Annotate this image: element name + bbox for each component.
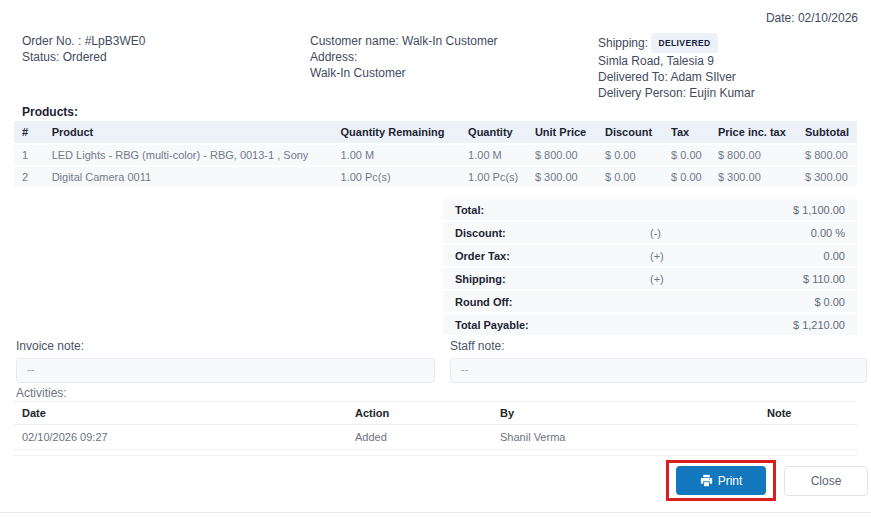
cell-index: 2 — [14, 167, 44, 187]
shipping-total-sign: (+) — [650, 273, 705, 285]
cell-price-inc-tax: $ 300.00 — [710, 167, 797, 187]
activity-by: Shanil Verma — [492, 425, 759, 450]
cell-quantity: 1.00 M — [460, 145, 527, 165]
col-subtotal: Subtotal — [797, 121, 857, 143]
invoice-note-section: Invoice note: -- — [16, 339, 435, 383]
staff-note-section: Staff note: -- — [450, 339, 867, 383]
cell-price-inc-tax: $ 800.00 — [710, 145, 797, 165]
col-product: Product — [44, 121, 333, 143]
activity-row: 02/10/2026 09:27 Added Shanil Verma — [14, 425, 857, 450]
customer-address-label: Address: — [310, 49, 598, 65]
cell-index: 1 — [14, 145, 44, 165]
shipping-label: Shipping: — [598, 36, 648, 50]
cell-tax: $ 0.00 — [663, 167, 710, 187]
col-activity-action: Action — [347, 402, 492, 425]
products-header-row: # Product Quantity Remaining Quantity Un… — [14, 121, 857, 143]
round-off-row: Round Off: $ 0.00 — [443, 291, 857, 312]
activities-section-label: Activities: — [16, 386, 67, 400]
shipping-address: Simla Road, Talesia 9 — [598, 53, 858, 69]
col-activity-date: Date — [14, 402, 347, 425]
total-payable-label: Total Payable: — [455, 319, 650, 331]
total-payable-value: $ 1,210.00 — [705, 319, 845, 331]
cell-unit-price: $ 800.00 — [527, 145, 597, 165]
col-quantity: Quantity — [460, 121, 527, 143]
shipping-row: Shipping: (+) $ 110.00 — [443, 268, 857, 289]
products-table: # Product Quantity Remaining Quantity Un… — [14, 119, 857, 189]
invoice-note-label: Invoice note: — [16, 339, 435, 353]
col-price-inc-tax: Price inc. tax — [710, 121, 797, 143]
delivered-to: Delivered To: Adam SIlver — [598, 69, 858, 85]
cell-tax: $ 0.00 — [663, 145, 710, 165]
shipping-total-label: Shipping: — [455, 273, 650, 285]
order-info-section: Order No. : #LpB3WE0 Status: Ordered Cus… — [22, 33, 858, 101]
cell-quantity: 1.00 Pc(s) — [460, 167, 527, 187]
print-button[interactable]: Print — [676, 466, 766, 495]
col-quantity-remaining: Quantity Remaining — [333, 121, 461, 143]
staff-note-field[interactable]: -- — [450, 358, 867, 383]
total-payable-row: Total Payable: $ 1,210.00 — [443, 314, 857, 335]
col-activity-by: By — [492, 402, 759, 425]
total-row: Total: $ 1,100.00 — [443, 199, 857, 220]
print-button-label: Print — [718, 474, 743, 488]
product-row: 2 Digital Camera 0011 1.00 Pc(s) 1.00 Pc… — [14, 167, 857, 187]
col-discount: Discount — [597, 121, 663, 143]
shipping-status-badge: DELIVERED — [651, 33, 717, 53]
order-status: Status: Ordered — [22, 49, 310, 65]
col-index: # — [14, 121, 44, 143]
total-label: Total: — [455, 204, 650, 216]
product-row: 1 LED Lights - RBG (multi-color) - RBG, … — [14, 145, 857, 165]
cell-product: LED Lights - RBG (multi-color) - RBG, 00… — [44, 145, 333, 165]
delivery-person: Delivery Person: Eujin Kumar — [598, 85, 858, 101]
cell-discount: $ 0.00 — [597, 145, 663, 165]
order-details-modal: Date: 02/10/2026 Order No. : #LpB3WE0 St… — [0, 0, 871, 517]
order-number: Order No. : #LpB3WE0 — [22, 33, 310, 49]
cell-product: Digital Camera 0011 — [44, 167, 333, 187]
discount-sign: (-) — [650, 227, 705, 239]
invoice-note-field[interactable]: -- — [16, 358, 435, 383]
discount-row: Discount: (-) 0.00 % — [443, 222, 857, 243]
order-tax-sign: (+) — [650, 250, 705, 262]
col-unit-price: Unit Price — [527, 121, 597, 143]
print-button-highlight: Print — [666, 460, 776, 501]
order-info-column: Order No. : #LpB3WE0 Status: Ordered — [22, 33, 310, 101]
shipping-total-value: $ 110.00 — [705, 273, 845, 285]
shipping-status-line: Shipping: DELIVERED — [598, 33, 858, 53]
cell-subtotal: $ 300.00 — [797, 167, 857, 187]
cell-subtotal: $ 800.00 — [797, 145, 857, 165]
shipping-info-column: Shipping: DELIVERED Simla Road, Talesia … — [598, 33, 858, 101]
staff-note-label: Staff note: — [450, 339, 867, 353]
customer-address-value: Walk-In Customer — [310, 65, 598, 81]
order-tax-row: Order Tax: (+) 0.00 — [443, 245, 857, 266]
cell-quantity-remaining: 1.00 M — [333, 145, 461, 165]
activity-note — [759, 425, 857, 450]
total-value: $ 1,100.00 — [705, 204, 845, 216]
order-date: Date: 02/10/2026 — [766, 11, 858, 25]
cell-quantity-remaining: 1.00 Pc(s) — [333, 167, 461, 187]
printer-icon — [700, 474, 713, 487]
cell-unit-price: $ 300.00 — [527, 167, 597, 187]
bottom-divider — [0, 512, 871, 513]
footer-divider — [12, 455, 858, 456]
col-activity-note: Note — [759, 402, 857, 425]
customer-info-column: Customer name: Walk-In Customer Address:… — [310, 33, 598, 101]
activity-action: Added — [347, 425, 492, 450]
discount-value: 0.00 % — [705, 227, 845, 239]
activity-date: 02/10/2026 09:27 — [14, 425, 347, 450]
totals-section: Total: $ 1,100.00 Discount: (-) 0.00 % O… — [443, 199, 857, 337]
round-off-value: $ 0.00 — [705, 296, 845, 308]
order-tax-label: Order Tax: — [455, 250, 650, 262]
close-button[interactable]: Close — [784, 466, 868, 496]
round-off-label: Round Off: — [455, 296, 650, 308]
discount-label: Discount: — [455, 227, 650, 239]
activities-table: Date Action By Note 02/10/2026 09:27 Add… — [14, 401, 857, 450]
customer-name: Customer name: Walk-In Customer — [310, 33, 598, 49]
cell-discount: $ 0.00 — [597, 167, 663, 187]
order-tax-value: 0.00 — [705, 250, 845, 262]
col-tax: Tax — [663, 121, 710, 143]
products-section-label: Products: — [22, 105, 78, 119]
activities-header-row: Date Action By Note — [14, 402, 857, 425]
